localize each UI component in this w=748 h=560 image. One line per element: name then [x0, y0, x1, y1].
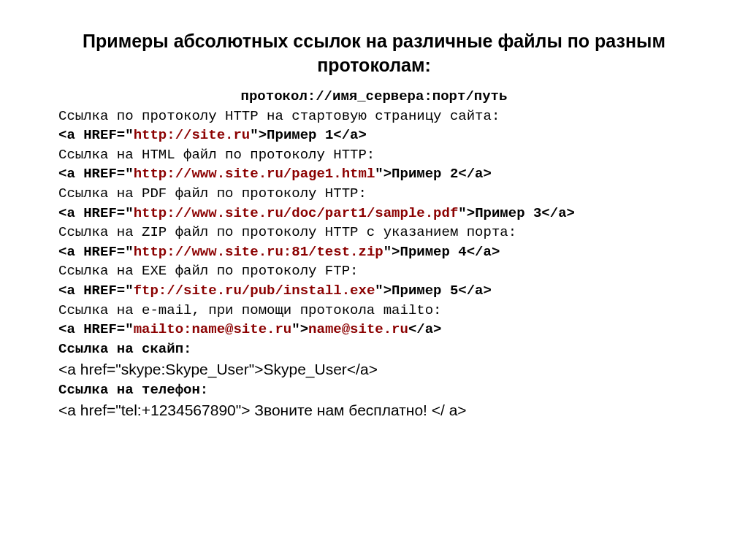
code-mid: ">: [250, 127, 267, 143]
code-mid: ">: [375, 283, 392, 299]
code-end: </a>: [467, 244, 500, 260]
code-pre: <a HREF=": [58, 321, 134, 337]
link-text: Пример 1: [267, 127, 333, 143]
example-6-desc: Ссылка на e-mail, при помощи протокола m…: [58, 301, 690, 321]
code-pre: <a HREF=": [58, 127, 134, 143]
example-2-code: <a HREF="http://www.site.ru/page1.html">…: [58, 164, 690, 184]
code-pre: <a HREF=": [58, 244, 134, 260]
link-text: name@site.ru: [308, 321, 408, 337]
code-mid: ">: [291, 321, 308, 337]
example-2-desc: Ссылка на HTML файл по протоколу HTTP:: [58, 145, 690, 165]
skype-code: <a href="skype:Skype_User">Skype_User</a…: [58, 358, 690, 380]
page-title: Примеры абсолютных ссылок на различные ф…: [58, 29, 690, 77]
example-4-desc: Ссылка на ZIP файл по протоколу HTTP с у…: [58, 223, 690, 242]
code-url: http://site.ru: [134, 127, 251, 143]
tel-code: <a href="tel:+1234567890"> Звоните нам б…: [58, 399, 690, 421]
code-mid: ">: [458, 205, 475, 221]
code-end: </a>: [408, 321, 442, 337]
code-pre: <a HREF=": [58, 283, 134, 299]
code-end: </a>: [458, 166, 492, 182]
link-text: Пример 5: [392, 283, 458, 299]
code-url: http://www.site.ru/doc/part1/sample.pdf: [134, 205, 459, 221]
code-url: mailto:name@site.ru: [134, 321, 292, 337]
link-text: Пример 2: [392, 166, 458, 182]
example-5-desc: Ссылка на EXE файл по протоколу FTP:: [58, 261, 690, 281]
example-6-code: <a HREF="mailto:name@site.ru">name@site.…: [58, 320, 690, 340]
code-url: http://www.site.ru:81/test.zip: [134, 244, 383, 260]
example-3-code: <a HREF="http://www.site.ru/doc/part1/sa…: [58, 204, 690, 223]
code-end: </a>: [458, 283, 492, 299]
link-text: Пример 3: [475, 205, 541, 221]
code-mid: ">: [383, 244, 400, 260]
format-line: протокол://имя_сервера:порт/путь: [58, 87, 690, 107]
link-text: Пример 4: [400, 244, 467, 260]
code-end: </a>: [333, 127, 367, 143]
code-mid: ">: [375, 166, 392, 182]
code-url: http://www.site.ru/page1.html: [134, 166, 375, 182]
code-pre: <a HREF=": [58, 205, 134, 221]
example-3-desc: Ссылка на PDF файл по протоколу HTTP:: [58, 184, 690, 204]
example-4-code: <a HREF="http://www.site.ru:81/test.zip"…: [58, 242, 690, 262]
example-1-desc: Ссылка по протоколу HTTP на стартовую ст…: [58, 107, 690, 126]
example-5-code: <a HREF="ftp://site.ru/pub/install.exe">…: [58, 281, 690, 301]
code-pre: <a HREF=": [58, 166, 134, 182]
tel-heading: Ссылка на телефон:: [58, 380, 690, 400]
example-1-code: <a HREF="http://site.ru">Пример 1</a>: [58, 126, 690, 145]
skype-heading: Ссылка на скайп:: [58, 340, 690, 359]
code-end: </a>: [541, 205, 575, 221]
code-url: ftp://site.ru/pub/install.exe: [134, 283, 375, 299]
